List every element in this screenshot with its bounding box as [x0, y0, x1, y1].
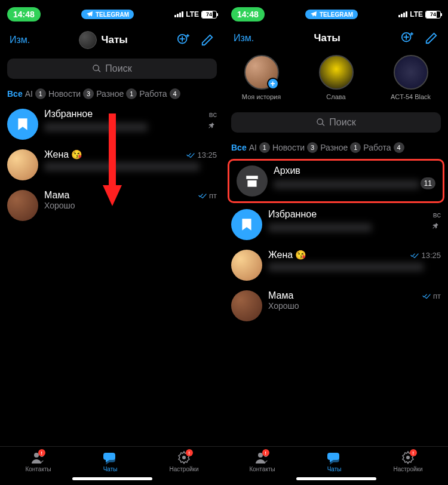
notif-badge: ! — [262, 449, 269, 456]
story-my[interactable]: + Моя история — [235, 55, 289, 100]
saved-icon — [7, 109, 38, 140]
nav-header: Изм. Чаты — [0, 26, 224, 54]
story-avatar: + — [244, 55, 279, 90]
pin-icon — [431, 222, 441, 231]
signal-area: LTE 74 — [398, 10, 441, 19]
tab-contacts[interactable]: ! Контакты — [249, 450, 275, 472]
story-avatar — [319, 55, 354, 90]
search-placeholder: Поиск — [105, 63, 131, 74]
tab-bar: ! Контакты Чаты ! Настройки — [224, 446, 448, 475]
tab-bar: ! Контакты Чаты ! Настройки — [0, 446, 224, 475]
add-contact-button[interactable] — [400, 31, 415, 45]
read-check-icon — [410, 252, 419, 258]
chat-saved[interactable]: Избранноевс — [224, 204, 448, 245]
add-story-icon[interactable]: + — [267, 78, 279, 90]
compose-button[interactable] — [200, 33, 214, 47]
header-title[interactable]: Чаты — [314, 32, 340, 44]
chat-list[interactable]: Избранноевс Жена😘13:25 Мамапт Хорошо — [0, 104, 224, 446]
saved-icon — [231, 209, 262, 240]
header-title[interactable]: Чаты — [79, 31, 128, 49]
notif-badge: ! — [186, 449, 193, 456]
story-avatar — [394, 55, 428, 90]
tab-chats[interactable]: Чаты — [102, 450, 119, 472]
folder-work[interactable]: Работа4 — [139, 88, 180, 99]
chat-list[interactable]: Архив 11 Избранноевс Жена😘13:25 — [224, 158, 448, 446]
search-icon — [316, 118, 326, 127]
chat-mom[interactable]: Мамапт Хорошо — [0, 185, 224, 226]
chat-mom[interactable]: Мамапт Хорошо — [224, 286, 448, 326]
home-indicator[interactable] — [72, 477, 152, 480]
search-bar[interactable]: Поиск — [231, 112, 441, 133]
signal-bars-icon — [398, 11, 407, 17]
search-placeholder: Поиск — [329, 117, 355, 128]
battery-icon: 74 — [201, 11, 217, 19]
telegram-plane-icon — [310, 11, 317, 18]
folder-misc[interactable]: Разное1 — [96, 88, 137, 99]
screen-after: 14:48 TELEGRAM LTE 74 Изм. Чаты — [224, 0, 448, 485]
folder-tabs: Все AI1 Новости3 Разное1 Работа4 — [224, 137, 448, 158]
tab-settings[interactable]: ! Настройки — [393, 450, 422, 472]
chat-saved[interactable]: Избранноевс — [0, 104, 224, 145]
story-slava[interactable]: Слава — [309, 55, 363, 100]
notif-badge: ! — [410, 449, 417, 456]
telegram-plane-icon — [86, 11, 93, 18]
nav-header: Изм. Чаты — [224, 26, 448, 50]
signal-area: LTE 74 — [174, 10, 217, 19]
edit-button[interactable]: Изм. — [10, 35, 30, 45]
folder-ai[interactable]: AI1 — [249, 142, 270, 153]
home-indicator[interactable] — [296, 477, 376, 480]
avatar — [7, 149, 38, 180]
battery-icon: 74 — [425, 11, 441, 19]
chats-icon — [102, 450, 119, 465]
tab-chats[interactable]: Чаты — [326, 450, 343, 472]
folder-tabs: Все AI1 Новости3 Разное1 Работа4 — [0, 84, 224, 104]
time-pill[interactable]: 14:48 — [231, 7, 265, 22]
folder-all[interactable]: Все — [7, 88, 23, 99]
chat-wife[interactable]: Жена😘13:25 — [224, 245, 448, 286]
chat-wife[interactable]: Жена😘13:25 — [0, 145, 224, 185]
tab-contacts[interactable]: ! Контакты — [25, 450, 51, 472]
telegram-notification[interactable]: TELEGRAM — [305, 10, 358, 19]
telegram-notification[interactable]: TELEGRAM — [81, 10, 134, 19]
search-icon — [92, 64, 102, 73]
avatar — [7, 190, 38, 221]
svg-point-3 — [182, 456, 186, 459]
screen-before: 14:48 TELEGRAM LTE 74 Изм. Чаты — [0, 0, 224, 485]
avatar — [231, 250, 262, 281]
chat-archive[interactable]: Архив 11 — [228, 159, 444, 203]
add-contact-button[interactable] — [176, 33, 191, 47]
folder-ai[interactable]: AI1 — [25, 88, 46, 99]
folder-all[interactable]: Все — [231, 142, 247, 153]
signal-bars-icon — [174, 11, 183, 17]
folder-news[interactable]: Новости3 — [48, 88, 94, 99]
profile-avatar[interactable] — [79, 31, 97, 49]
pin-icon — [207, 121, 217, 131]
read-check-icon — [422, 293, 431, 299]
story-act54[interactable]: ACT-54 Black — [384, 55, 438, 100]
search-bar[interactable]: Поиск — [7, 59, 217, 79]
stories-row[interactable]: + Моя история Слава ACT-54 Black — [224, 50, 448, 108]
folder-work[interactable]: Работа4 — [363, 142, 404, 153]
time-pill[interactable]: 14:48 — [7, 7, 41, 22]
status-bar: 14:48 TELEGRAM LTE 74 — [224, 0, 448, 26]
folder-misc[interactable]: Разное1 — [320, 142, 361, 153]
notif-badge: ! — [38, 449, 45, 456]
compose-button[interactable] — [424, 31, 438, 45]
avatar — [231, 290, 262, 321]
archive-icon — [237, 165, 268, 197]
tab-settings[interactable]: ! Настройки — [169, 450, 198, 472]
read-check-icon — [186, 152, 195, 158]
unread-count: 11 — [421, 177, 435, 189]
folder-news[interactable]: Новости3 — [272, 142, 318, 153]
chats-icon — [326, 450, 343, 465]
svg-point-7 — [406, 456, 410, 459]
status-bar: 14:48 TELEGRAM LTE 74 — [0, 0, 224, 26]
edit-button[interactable]: Изм. — [234, 33, 254, 44]
read-check-icon — [198, 192, 207, 198]
